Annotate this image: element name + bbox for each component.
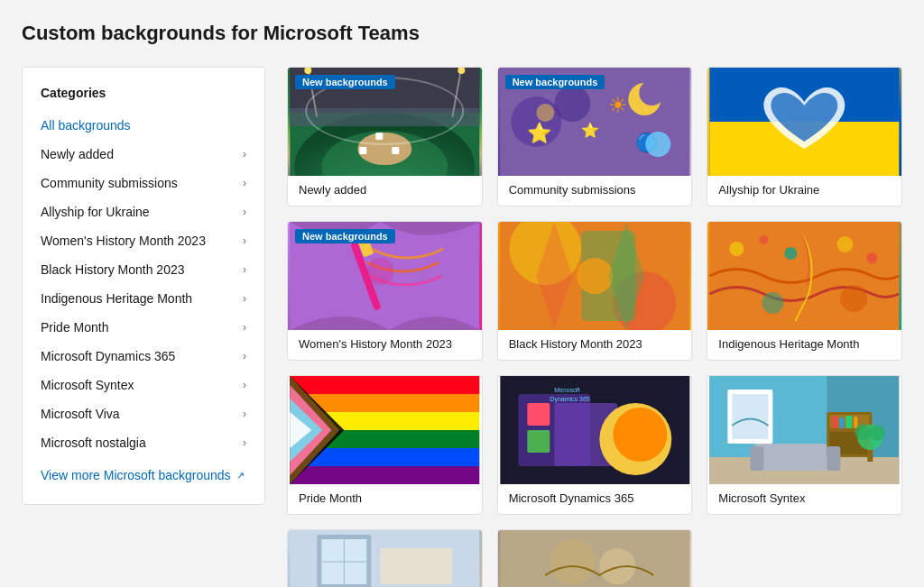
- svg-point-58: [613, 408, 667, 462]
- card-label: Allyship for Ukraine: [707, 176, 901, 206]
- card-black-history[interactable]: Black History Month 2023: [497, 221, 693, 361]
- card-image-wrapper: [707, 68, 901, 176]
- card-label: Women's History Month 2023: [288, 330, 482, 360]
- card-pride[interactable]: Pride Month: [287, 375, 483, 515]
- card-ukraine[interactable]: Allyship for Ukraine: [707, 67, 902, 206]
- svg-text:⭐: ⭐: [581, 122, 599, 139]
- svg-point-37: [760, 235, 769, 244]
- svg-point-89: [550, 539, 595, 584]
- categories-label: Categories: [23, 86, 264, 111]
- card-image-wrapper: [707, 222, 901, 330]
- card-newly-added[interactable]: New backgrounds Newly added: [287, 67, 483, 206]
- card-label: Pride Month: [288, 484, 482, 514]
- new-badge: New backgrounds: [295, 75, 395, 89]
- sidebar-item-label: Newly added: [41, 147, 114, 161]
- sidebar-item-newly-added[interactable]: Newly added ›: [23, 140, 264, 169]
- sidebar-item-dynamics[interactable]: Microsoft Dynamics 365 ›: [23, 342, 264, 371]
- svg-rect-48: [290, 466, 479, 484]
- sidebar-item-label: Indigenous Heritage Month: [41, 291, 192, 306]
- sidebar-item-label: Community submissions: [41, 176, 178, 190]
- svg-point-34: [577, 258, 613, 294]
- sidebar-item-allyship[interactable]: Allyship for Ukraine ›: [23, 197, 264, 226]
- view-more-label: View more Microsoft backgrounds: [41, 468, 231, 482]
- card-image-wrapper: New backgrounds: [288, 68, 482, 176]
- svg-rect-4: [375, 133, 383, 140]
- svg-point-29: [366, 258, 393, 285]
- sidebar-item-label: Pride Month: [41, 320, 108, 335]
- svg-point-80: [855, 424, 872, 440]
- sidebar-item-syntex[interactable]: Microsoft Syntex ›: [23, 371, 264, 399]
- svg-point-42: [841, 285, 868, 312]
- sidebar-item-womens-history[interactable]: Women's History Month 2023 ›: [23, 226, 264, 255]
- card-indigenous[interactable]: Indigenous Heritage Month: [707, 221, 902, 361]
- sidebar-item-label: Black History Month 2023: [41, 262, 185, 277]
- svg-point-41: [762, 292, 784, 314]
- svg-point-17: [639, 80, 664, 105]
- card-dynamics[interactable]: Microsoft Dynamics 365 Microsoft Dynamic…: [497, 375, 693, 515]
- sidebar-item-label: Microsoft nostalgia: [41, 436, 146, 450]
- svg-point-15: [554, 86, 590, 122]
- sidebar-item-label: Microsoft Viva: [41, 407, 120, 421]
- partial-card-2[interactable]: [497, 529, 693, 587]
- external-link-icon: ↗: [236, 470, 245, 482]
- svg-point-40: [867, 252, 878, 263]
- svg-rect-87: [380, 548, 452, 584]
- svg-rect-77: [827, 446, 841, 471]
- partial-card-grid: [287, 529, 902, 587]
- svg-text:Dynamics 365: Dynamics 365: [550, 396, 589, 403]
- svg-rect-75: [755, 444, 827, 471]
- sidebar-item-black-history[interactable]: Black History Month 2023 ›: [23, 255, 264, 284]
- chevron-right-icon: ›: [243, 408, 246, 420]
- new-badge: New backgrounds: [505, 75, 605, 89]
- chevron-right-icon: ›: [243, 263, 246, 276]
- svg-point-23: [536, 104, 554, 122]
- chevron-right-icon: ›: [243, 436, 246, 449]
- chevron-right-icon: ›: [243, 177, 246, 189]
- svg-rect-88: [500, 530, 689, 587]
- card-label: Microsoft Syntex: [707, 484, 901, 514]
- card-community[interactable]: ⭐ ⭐ 🔵 ☀ New backgrounds Community submi: [497, 67, 693, 206]
- sidebar-item-label: All backgrounds: [41, 118, 131, 133]
- chevron-right-icon: ›: [243, 350, 246, 362]
- svg-point-36: [730, 242, 744, 256]
- svg-rect-71: [833, 416, 838, 428]
- svg-rect-60: [527, 430, 550, 453]
- svg-rect-8: [290, 108, 479, 126]
- svg-point-38: [785, 247, 798, 260]
- partial-card-1[interactable]: [287, 529, 483, 587]
- svg-rect-72: [840, 417, 845, 428]
- card-syntex[interactable]: Microsoft Syntex: [707, 375, 902, 515]
- sidebar-item-all[interactable]: All backgrounds: [23, 111, 264, 140]
- sidebar: Categories All backgrounds Newly added ›…: [22, 67, 265, 505]
- card-image-wrapper: [498, 222, 692, 330]
- card-image: [288, 376, 482, 484]
- sidebar-item-label: Women's History Month 2023: [41, 234, 206, 248]
- svg-point-81: [870, 425, 886, 441]
- sidebar-item-nostalgia[interactable]: Microsoft nostalgia ›: [23, 428, 264, 457]
- card-label: Microsoft Dynamics 365: [498, 484, 692, 514]
- sidebar-item-label: Microsoft Dynamics 365: [41, 349, 175, 363]
- svg-rect-67: [733, 394, 769, 439]
- card-image: [707, 68, 901, 176]
- sidebar-item-viva[interactable]: Microsoft Viva ›: [23, 399, 264, 428]
- card-womens-history[interactable]: New backgrounds Women's History Month 20…: [287, 221, 483, 361]
- view-more-link[interactable]: View more Microsoft backgrounds ↗: [23, 457, 264, 486]
- svg-text:Microsoft: Microsoft: [554, 387, 579, 393]
- sidebar-item-indigenous[interactable]: Indigenous Heritage Month ›: [23, 284, 264, 313]
- sidebar-item-pride[interactable]: Pride Month ›: [23, 313, 264, 342]
- svg-text:⭐: ⭐: [527, 121, 552, 145]
- card-image: [707, 376, 901, 484]
- svg-rect-5: [359, 147, 366, 154]
- svg-rect-76: [751, 446, 764, 471]
- chevron-right-icon: ›: [243, 321, 246, 334]
- svg-rect-6: [392, 147, 399, 154]
- card-label: Indigenous Heritage Month: [707, 330, 901, 360]
- sidebar-item-label: Microsoft Syntex: [41, 378, 134, 392]
- card-label: Community submissions: [498, 176, 692, 206]
- chevron-right-icon: ›: [243, 234, 246, 247]
- chevron-right-icon: ›: [243, 206, 246, 218]
- main-content: New backgrounds Newly added: [265, 67, 902, 587]
- sidebar-item-community[interactable]: Community submissions ›: [23, 169, 264, 197]
- sidebar-item-label: Allyship for Ukraine: [41, 205, 150, 219]
- card-image-wrapper: [707, 376, 901, 484]
